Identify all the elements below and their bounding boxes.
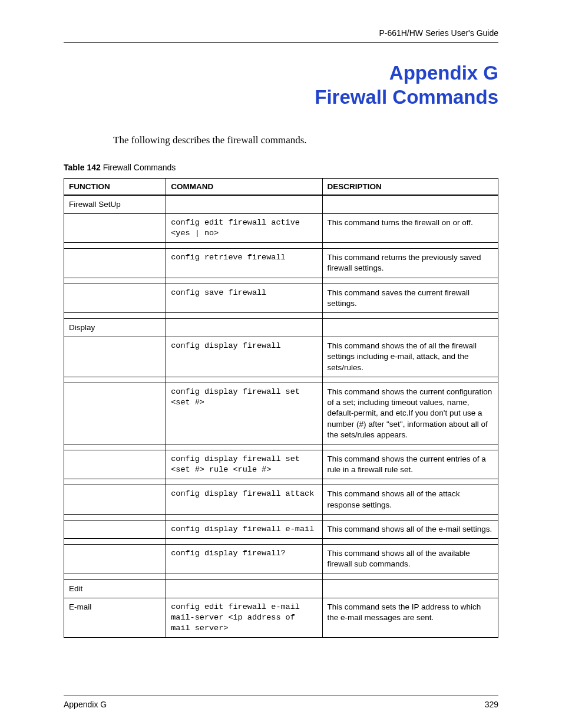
- table-caption: Table 142 Firewall Commands: [64, 163, 498, 172]
- table-row: [64, 278, 498, 284]
- function-cell: [64, 485, 166, 514]
- table-row: E-mailconfig edit firewall e-mail mail-s…: [64, 598, 498, 638]
- description-cell: [322, 195, 498, 214]
- spacer-cell: [322, 479, 498, 485]
- table-row: Display: [64, 319, 498, 337]
- table-row: config display firewallThis command show…: [64, 337, 498, 377]
- description-cell: This command shows the of all the firewa…: [322, 337, 498, 377]
- col-header-description: DESCRIPTION: [322, 178, 498, 195]
- firewall-commands-table: FUNCTION COMMAND DESCRIPTION Firewall Se…: [64, 178, 498, 638]
- description-cell: This command saves the current firewall …: [322, 284, 498, 312]
- function-cell: Firewall SetUp: [64, 195, 166, 214]
- description-cell: [322, 579, 498, 598]
- spacer-cell: [322, 514, 498, 520]
- spacer-cell: [322, 313, 498, 319]
- command-cell: [166, 195, 322, 214]
- spacer-cell: [322, 539, 498, 545]
- spacer-cell: [166, 313, 322, 319]
- function-cell: [64, 337, 166, 377]
- title-line-2: Firewall Commands: [64, 85, 498, 109]
- table-caption-number: Table 142: [64, 163, 101, 172]
- command-cell: config display firewall set <set #> rule…: [166, 450, 322, 479]
- description-cell: This command shows all of the e-mail set…: [322, 520, 498, 538]
- function-cell: [64, 249, 166, 278]
- spacer-cell: [166, 479, 322, 485]
- table-row: config save firewallThis command saves t…: [64, 284, 498, 312]
- page-footer: Appendix G 329: [64, 696, 498, 709]
- description-cell: This command turns the firewall on or of…: [322, 213, 498, 242]
- function-cell: [64, 520, 166, 538]
- command-cell: [166, 579, 322, 598]
- intro-paragraph: The following describes the firewall com…: [113, 134, 498, 146]
- function-cell: [64, 545, 166, 574]
- title-line-1: Appendix G: [64, 61, 498, 85]
- table-row: [64, 444, 498, 450]
- col-header-command: COMMAND: [166, 178, 322, 195]
- description-cell: This command sets the IP address to whic…: [322, 598, 498, 638]
- spacer-cell: [322, 574, 498, 579]
- spacer-cell: [64, 313, 166, 319]
- table-row: Firewall SetUp: [64, 195, 498, 214]
- spacer-cell: [166, 278, 322, 284]
- footer-right: 329: [485, 700, 498, 709]
- command-cell: config retrieve firewall: [166, 249, 322, 278]
- command-cell: config display firewall e-mail: [166, 520, 322, 538]
- function-cell: E-mail: [64, 598, 166, 638]
- table-row: config retrieve firewallThis command ret…: [64, 249, 498, 278]
- command-cell: config edit firewall e-mail mail-server …: [166, 598, 322, 638]
- function-cell: Display: [64, 319, 166, 337]
- table-row: config display firewall attackThis comma…: [64, 485, 498, 514]
- table-body: Firewall SetUpconfig edit firewall activ…: [64, 195, 498, 638]
- command-cell: config save firewall: [166, 284, 322, 312]
- description-cell: This command shows the current configura…: [322, 383, 498, 444]
- function-cell: [64, 383, 166, 444]
- table-row: config display firewall set <set #> rule…: [64, 450, 498, 479]
- spacer-cell: [166, 243, 322, 249]
- table-row: [64, 574, 498, 579]
- table-row: [64, 514, 498, 520]
- spacer-cell: [64, 539, 166, 545]
- command-cell: config display firewall set <set #>: [166, 383, 322, 444]
- spacer-cell: [64, 377, 166, 383]
- table-row: config display firewall?This command sho…: [64, 545, 498, 574]
- spacer-cell: [322, 243, 498, 249]
- spacer-cell: [64, 574, 166, 579]
- function-cell: [64, 213, 166, 242]
- spacer-cell: [166, 539, 322, 545]
- spacer-cell: [322, 377, 498, 383]
- table-row: config display firewall e-mailThis comma…: [64, 520, 498, 538]
- spacer-cell: [166, 514, 322, 520]
- table-row: [64, 377, 498, 383]
- footer-left: Appendix G: [64, 700, 107, 709]
- command-cell: [166, 319, 322, 337]
- description-cell: This command shows all of the attack res…: [322, 485, 498, 514]
- table-row: config edit firewall active <yes | no>Th…: [64, 213, 498, 242]
- table-caption-text: Firewall Commands: [101, 163, 176, 172]
- description-cell: This command returns the previously save…: [322, 249, 498, 278]
- table-row: [64, 313, 498, 319]
- function-cell: [64, 284, 166, 312]
- spacer-cell: [64, 479, 166, 485]
- spacer-cell: [64, 278, 166, 284]
- description-cell: This command shows all of the available …: [322, 545, 498, 574]
- table-row: Edit: [64, 579, 498, 598]
- spacer-cell: [166, 444, 322, 450]
- command-cell: config display firewall attack: [166, 485, 322, 514]
- command-cell: config edit firewall active <yes | no>: [166, 213, 322, 242]
- description-cell: This command shows the current entries o…: [322, 450, 498, 479]
- description-cell: [322, 319, 498, 337]
- table-row: [64, 243, 498, 249]
- spacer-cell: [166, 574, 322, 579]
- running-header: P-661H/HW Series User's Guide: [64, 28, 498, 38]
- table-row: config display firewall set <set #>This …: [64, 383, 498, 444]
- appendix-title: Appendix G Firewall Commands: [64, 61, 498, 110]
- spacer-cell: [64, 514, 166, 520]
- table-row: [64, 539, 498, 545]
- command-cell: config display firewall?: [166, 545, 322, 574]
- spacer-cell: [64, 243, 166, 249]
- header-rule: [64, 42, 498, 43]
- function-cell: [64, 450, 166, 479]
- spacer-cell: [64, 444, 166, 450]
- spacer-cell: [322, 444, 498, 450]
- footer-rule: [64, 696, 498, 696]
